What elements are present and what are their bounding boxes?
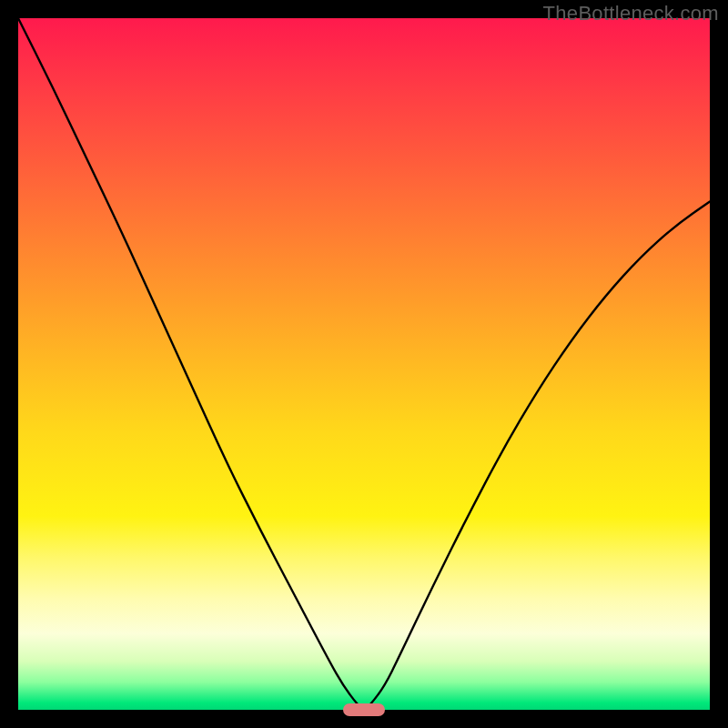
minimum-marker	[343, 703, 385, 716]
watermark-text: TheBottleneck.com	[543, 2, 719, 25]
bottleneck-curve-path	[18, 18, 710, 708]
plot-area	[18, 18, 710, 710]
chart-frame: TheBottleneck.com	[0, 0, 728, 728]
curve-svg	[18, 18, 710, 710]
